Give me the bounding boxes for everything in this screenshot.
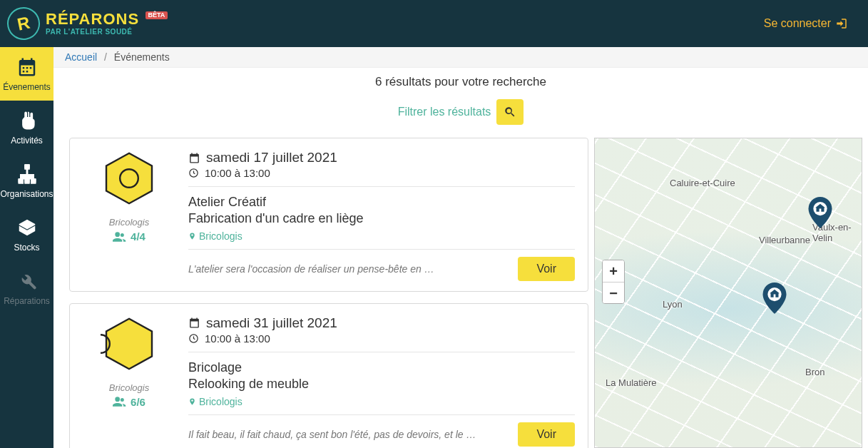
sidebar-item-organisations[interactable]: Organisations [0, 154, 53, 208]
svg-rect-1 [18, 178, 24, 183]
event-card: Bricologis 6/6 samedi 31 juillet 2021 [69, 303, 588, 448]
login-icon [835, 17, 848, 30]
brand-main: RÉPARONS [46, 10, 139, 28]
sidebar-item-label: Stocks [14, 243, 39, 253]
brand-sub: PAR L'ATELIER SOUDÉ [46, 29, 168, 36]
beta-tag: BÊTA [145, 11, 168, 19]
event-location-link[interactable]: Bricologis [188, 230, 575, 242]
event-attendees: 4/4 [83, 230, 175, 243]
map[interactable]: LyonVilleurbanneCaluire-et-CuireVaulx-en… [594, 138, 862, 448]
event-date: samedi 17 juillet 2021 [206, 150, 337, 166]
pin-icon [188, 397, 196, 407]
event-date: samedi 31 juillet 2021 [206, 315, 337, 331]
results-count: 6 résultats pour votre recherche [53, 75, 868, 89]
calendar-icon [188, 152, 200, 164]
event-card: Bricologis 4/4 samedi 17 juillet 2021 [69, 138, 588, 292]
map-pin[interactable] [762, 282, 787, 314]
event-location: Bricologis [199, 396, 242, 407]
box-icon [16, 217, 38, 238]
event-title-line1: Bricolage [188, 360, 575, 376]
sidebar-item-stocks[interactable]: Stocks [0, 208, 53, 261]
users-icon [113, 231, 127, 243]
zoom-in-button[interactable]: + [603, 260, 624, 282]
map-city-label: La Mulatière [606, 377, 657, 388]
svg-rect-2 [24, 178, 30, 183]
breadcrumb-sep: / [104, 51, 107, 63]
clock-icon [188, 333, 199, 344]
event-description: L'atelier sera l'occasion de réaliser un… [188, 263, 509, 275]
event-time: 10:00 à 13:00 [205, 332, 270, 345]
sidebar: Évenements Activités Organisations Stock… [0, 47, 53, 448]
map-zoom-control: + − [602, 260, 625, 304]
results-header: 6 résultats pour votre recherche Filtrer… [53, 68, 868, 135]
map-city-label: Caluire-et-Cuire [670, 178, 735, 188]
sidebar-item-repairs[interactable]: Réparations [0, 261, 53, 315]
pin-icon [188, 231, 196, 241]
filter-label: Filtrer les résultats [398, 106, 491, 118]
zoom-out-button[interactable]: − [603, 282, 624, 303]
sidebar-item-label: Réparations [4, 296, 50, 306]
sidebar-item-label: Organisations [0, 189, 53, 199]
org-icon [101, 315, 158, 372]
filter-button[interactable] [496, 99, 524, 125]
breadcrumb-home[interactable]: Accueil [65, 51, 97, 63]
calendar-icon [188, 317, 200, 329]
attendees-count: 4/4 [131, 230, 145, 243]
event-time: 10:00 à 13:00 [205, 167, 270, 179]
event-title-line2: Relooking de meuble [188, 376, 575, 392]
fist-icon [16, 110, 38, 131]
sitemap-icon [16, 163, 38, 185]
map-city-label: Lyon [663, 299, 683, 310]
event-location: Bricologis [199, 230, 242, 242]
org-icon [101, 150, 158, 207]
event-list: Bricologis 4/4 samedi 17 juillet 2021 [69, 138, 588, 448]
svg-rect-3 [31, 178, 36, 183]
event-title-line1: Atelier Créatif [188, 194, 575, 210]
tools-icon [16, 270, 38, 292]
sidebar-item-activities[interactable]: Activités [0, 101, 53, 154]
view-event-button[interactable]: Voir [518, 257, 575, 281]
brand-mark: R [4, 4, 44, 44]
map-city-label: Bron [805, 367, 824, 377]
sidebar-item-label: Activités [11, 136, 43, 146]
brand-logo[interactable]: R RÉPARONS BÊTA PAR L'ATELIER SOUDÉ [7, 7, 168, 40]
svg-marker-7 [106, 319, 152, 369]
brand-text: RÉPARONS BÊTA PAR L'ATELIER SOUDÉ [46, 11, 168, 36]
calendar-icon [16, 56, 38, 78]
users-icon [113, 396, 127, 407]
event-title-line2: Fabrication d'un cadre en liège [188, 210, 575, 227]
event-description: Il fait beau, il fait chaud, ça sent bon… [188, 429, 509, 440]
search-icon [504, 106, 516, 118]
login-label: Se connecter [764, 17, 831, 30]
event-attendees: 6/6 [83, 396, 175, 408]
login-link[interactable]: Se connecter [764, 17, 848, 30]
attendees-count: 6/6 [131, 396, 145, 408]
breadcrumb-current: Événements [114, 51, 170, 63]
breadcrumb: Accueil / Événements [53, 47, 868, 68]
topbar: R RÉPARONS BÊTA PAR L'ATELIER SOUDÉ Se c… [0, 0, 868, 47]
event-location-link[interactable]: Bricologis [188, 396, 575, 407]
svg-marker-4 [106, 153, 152, 203]
event-org: Bricologis [83, 217, 175, 228]
sidebar-item-label: Évenements [3, 82, 51, 92]
map-city-label: Villeurbanne [759, 235, 810, 245]
map-pin[interactable] [808, 197, 832, 228]
svg-rect-0 [24, 164, 30, 168]
clock-icon [188, 168, 199, 178]
main-content: Accueil / Événements 6 résultats pour vo… [53, 47, 868, 448]
event-org: Bricologis [83, 382, 175, 393]
sidebar-item-events[interactable]: Évenements [0, 47, 53, 101]
view-event-button[interactable]: Voir [518, 422, 575, 447]
